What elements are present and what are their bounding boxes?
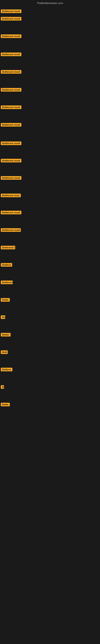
bottleneck-badge[interactable]: Bottle [1,298,10,302]
bottleneck-item-16: Bottleneck [1,280,13,285]
bottleneck-badge[interactable]: Bottleneck result [1,211,21,214]
bottleneck-badge[interactable]: Bottleneck result [1,52,21,56]
bottleneck-item-22: B [1,385,4,390]
bottleneck-badge[interactable]: Bottl [1,350,8,354]
bottleneck-item-0: Bottleneck result [1,10,21,14]
bottleneck-badge[interactable]: Bottleneck result [1,228,21,232]
bottleneck-badge[interactable]: Bottleneck result [1,142,21,145]
bottleneck-item-6: Bottleneck result [1,106,21,110]
bottleneck-badge[interactable]: Bottleneck result [1,123,21,126]
bottleneck-badge[interactable]: Bottlene [1,263,12,267]
bottleneck-item-20: Bottl [1,350,8,355]
bottleneck-item-19: Bottler [1,333,11,337]
bottleneck-badge[interactable]: B [1,385,4,389]
bottleneck-badge[interactable]: Bottleneck r [1,246,15,249]
bottleneck-item-8: Bottleneck result [1,142,21,146]
bottleneck-item-4: Bottleneck result [1,70,21,74]
bottleneck-list: Bottleneck resultBottleneck resultBottle… [0,6,100,644]
bottleneck-item-23: Bottle [1,403,10,407]
bottleneck-item-18: Bo [1,315,5,320]
bottleneck-badge[interactable]: Bottleneck result [1,34,21,38]
bottleneck-item-14: Bottleneck r [1,246,15,250]
bottleneck-item-13: Bottleneck result [1,228,21,233]
bottleneck-badge[interactable]: Bottleneck result [1,17,21,20]
bottleneck-badge[interactable]: Bottleneck result [1,106,21,109]
bottleneck-badge[interactable]: Bottleneck result [1,176,21,180]
bottleneck-item-12: Bottleneck result [1,211,21,215]
bottleneck-item-9: Bottleneck result [1,159,21,163]
bottleneck-badge[interactable]: Bottler [1,333,11,336]
bottleneck-item-1: Bottleneck result [1,17,21,21]
bottleneck-badge[interactable]: Bo [1,315,5,319]
bottleneck-item-21: Bottlene [1,368,12,372]
bottleneck-item-3: Bottleneck result [1,52,21,57]
bottleneck-badge[interactable]: Bottleneck result [1,10,21,13]
bottleneck-badge[interactable]: Bottleneck [1,280,13,284]
bottleneck-item-5: Bottleneck result [1,88,21,92]
bottleneck-item-2: Bottleneck result [1,34,21,39]
bottleneck-item-7: Bottleneck result [1,123,21,128]
site-header: TheBottlenecker.com [0,0,100,6]
bottleneck-badge[interactable]: Bottleneck result [1,70,21,74]
bottleneck-badge[interactable]: Bottlene [1,368,12,371]
bottleneck-item-11: Bottleneck resul [1,194,21,198]
bottleneck-badge[interactable]: Bottleneck resul [1,194,21,197]
bottleneck-badge[interactable]: Bottleneck result [1,88,21,92]
bottleneck-badge[interactable]: Bottleneck result [1,159,21,162]
bottleneck-item-15: Bottlene [1,263,12,268]
bottleneck-badge[interactable]: Bottle [1,403,10,406]
bottleneck-item-10: Bottleneck result [1,176,21,180]
bottleneck-item-17: Bottle [1,298,10,302]
